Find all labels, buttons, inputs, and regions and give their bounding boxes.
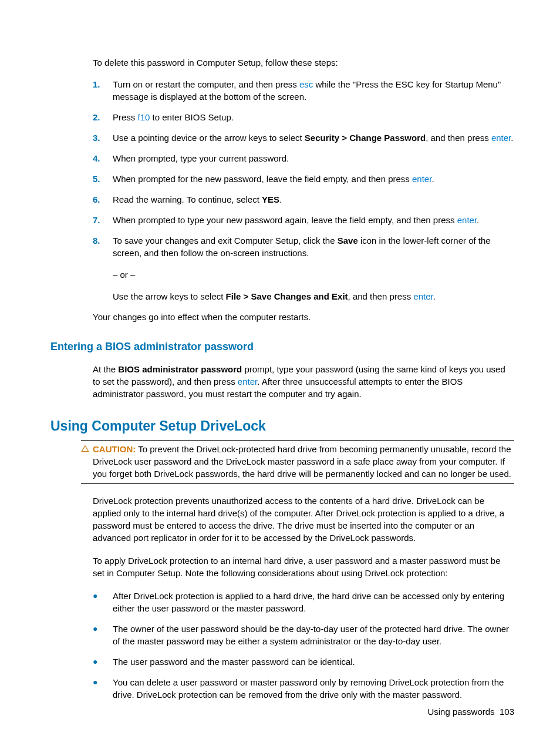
caution-icon <box>81 443 93 480</box>
bullet-icon: ● <box>93 656 113 668</box>
save-icon-label: Save <box>338 236 358 246</box>
document-page: To delete this password in Computer Setu… <box>0 0 560 746</box>
step-4: 4. When prompted, type your current pass… <box>93 152 514 164</box>
page-footer: Using passwords 103 <box>427 705 514 718</box>
list-item: ●After DriveLock protection is applied t… <box>93 590 514 614</box>
step-body: When prompted for the new password, leav… <box>113 173 514 185</box>
key-esc: esc <box>299 79 313 89</box>
step-number: 6. <box>93 193 113 206</box>
subsection-heading: Entering a BIOS administrator password <box>50 340 514 354</box>
step-number: 8. <box>93 234 113 303</box>
key-enter: enter <box>238 377 257 387</box>
step-body: When prompted to type your new password … <box>113 214 514 226</box>
prompt-name: BIOS administrator password <box>118 364 242 374</box>
step-1: 1. Turn on or restart the computer, and … <box>93 78 514 103</box>
bullet-icon: ● <box>93 590 113 614</box>
step-number: 2. <box>93 111 113 123</box>
bullet-list: ●After DriveLock protection is applied t… <box>93 590 514 701</box>
intro-text: To delete this password in Computer Setu… <box>93 56 514 69</box>
after-steps-text: Your changes go into effect when the com… <box>93 311 514 323</box>
step-body: Turn on or restart the computer, and the… <box>113 78 514 103</box>
step-3: 3. Use a pointing device or the arrow ke… <box>93 132 514 144</box>
list-item: ●The owner of the user password should b… <box>93 623 514 647</box>
paragraph: DriveLock protection prevents unauthoriz… <box>93 495 514 544</box>
subsection-body: At the BIOS administrator password promp… <box>93 363 514 400</box>
step-number: 5. <box>93 173 113 185</box>
step-number: 4. <box>93 152 113 164</box>
menu-path: Security > Change Password <box>305 133 426 143</box>
drivelock-body: DriveLock protection prevents unauthoriz… <box>93 495 514 701</box>
bullet-text: After DriveLock protection is applied to… <box>113 590 514 614</box>
step-number: 3. <box>93 132 113 144</box>
step-number: 1. <box>93 78 113 103</box>
key-enter: enter <box>412 174 431 184</box>
step-number: 7. <box>93 214 113 226</box>
caution-label: CAUTION: <box>93 444 136 454</box>
step-5: 5. When prompted for the new password, l… <box>93 173 514 185</box>
key-enter: enter <box>413 291 433 301</box>
step-7: 7. When prompted to type your new passwo… <box>93 214 514 226</box>
steps-list: 1. Turn on or restart the computer, and … <box>93 78 514 303</box>
bullet-text: The user password and the master passwor… <box>113 656 514 668</box>
paragraph: To apply DriveLock protection to an inte… <box>93 555 514 579</box>
bullet-text: You can delete a user password or master… <box>113 676 514 701</box>
step-body: Read the warning. To continue, select YE… <box>113 193 514 206</box>
menu-path: File > Save Changes and Exit <box>226 291 348 301</box>
key-f10: f10 <box>138 112 150 122</box>
step-body: Press f10 to enter BIOS Setup. <box>113 111 514 123</box>
step-8: 8. To save your changes and exit Compute… <box>93 234 514 303</box>
step-body: When prompted, type your current passwor… <box>113 152 514 164</box>
page-number: 103 <box>500 707 514 717</box>
step-6: 6. Read the warning. To continue, select… <box>93 193 514 206</box>
bullet-text: The owner of the user password should be… <box>113 623 514 647</box>
key-enter: enter <box>457 215 477 225</box>
bullet-icon: ● <box>93 623 113 647</box>
step-2: 2. Press f10 to enter BIOS Setup. <box>93 111 514 123</box>
bullet-icon: ● <box>93 676 113 701</box>
option-yes: YES <box>262 194 279 204</box>
or-separator: – or – <box>113 268 514 281</box>
key-enter: enter <box>491 133 511 143</box>
step-body: Use a pointing device or the arrow keys … <box>113 132 514 144</box>
list-item: ●The user password and the master passwo… <box>93 656 514 668</box>
footer-label: Using passwords <box>427 707 494 717</box>
caution-text: CAUTION: To prevent the DriveLock-protec… <box>93 443 514 480</box>
step-body: To save your changes and exit Computer S… <box>113 234 514 303</box>
section-heading: Using Computer Setup DriveLock <box>50 416 514 435</box>
caution-block: CAUTION: To prevent the DriveLock-protec… <box>81 440 514 484</box>
list-item: ●You can delete a user password or maste… <box>93 676 514 701</box>
